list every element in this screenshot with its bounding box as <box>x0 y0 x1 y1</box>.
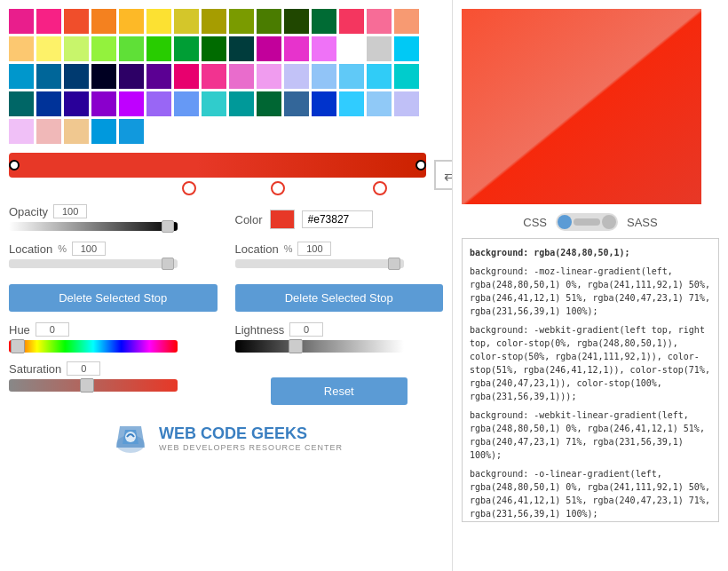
saturation-slider[interactable] <box>9 379 178 392</box>
color-swatch[interactable] <box>146 36 171 61</box>
location-left-thumb[interactable] <box>162 258 174 270</box>
location-right-value[interactable]: 100 <box>297 242 331 256</box>
color-swatch[interactable] <box>64 9 89 34</box>
color-swatch[interactable] <box>91 36 116 61</box>
reset-button[interactable]: Reset <box>271 377 408 405</box>
color-swatch[interactable] <box>367 91 392 116</box>
color-swatch[interactable] <box>9 119 34 144</box>
sass-tab[interactable]: SASS <box>627 216 658 229</box>
tab-toggle[interactable] <box>556 213 618 231</box>
color-swatch[interactable] <box>9 64 34 89</box>
color-swatch[interactable] <box>91 64 116 89</box>
color-swatch[interactable] <box>229 36 254 61</box>
color-swatch[interactable] <box>119 91 144 116</box>
color-swatch[interactable] <box>9 36 34 61</box>
swap-icon-button[interactable]: ⇄ <box>434 160 453 190</box>
color-swatch[interactable] <box>174 36 199 61</box>
color-swatch[interactable] <box>257 9 281 34</box>
color-swatch[interactable] <box>119 36 144 61</box>
location-left-value[interactable]: 100 <box>72 242 106 256</box>
color-swatch[interactable] <box>394 9 419 34</box>
gradient-stop-left[interactable] <box>9 160 20 171</box>
lightness-value[interactable]: 0 <box>289 322 323 337</box>
saturation-value[interactable]: 0 <box>67 361 100 376</box>
gradient-stop-right[interactable] <box>415 160 426 171</box>
color-swatch[interactable] <box>36 64 61 89</box>
color-swatch[interactable] <box>202 9 226 34</box>
color-swatch[interactable] <box>284 36 309 61</box>
color-hex-input[interactable] <box>302 210 373 228</box>
color-swatch[interactable] <box>284 91 309 116</box>
lightness-slider[interactable] <box>235 340 404 353</box>
color-swatch[interactable] <box>36 9 61 34</box>
gradient-stop-circle-2[interactable] <box>271 181 285 195</box>
color-swatch[interactable] <box>229 64 254 89</box>
saturation-thumb[interactable] <box>80 378 94 393</box>
color-swatch[interactable] <box>339 9 364 34</box>
delete-stop-left-button[interactable]: Delete Selected Stop <box>9 284 218 312</box>
color-swatch[interactable] <box>146 91 171 116</box>
hue-slider[interactable] <box>9 340 178 353</box>
hue-thumb[interactable] <box>11 339 25 353</box>
delete-stop-right-button[interactable]: Delete Selected Stop <box>235 284 444 312</box>
hue-value[interactable]: 0 <box>36 322 69 337</box>
tab-dot-inactive[interactable] <box>602 215 616 229</box>
color-swatch[interactable] <box>202 64 226 89</box>
color-swatch[interactable] <box>312 91 336 116</box>
gradient-bar[interactable] <box>9 153 426 178</box>
color-swatch[interactable] <box>36 119 61 144</box>
css-tab[interactable]: CSS <box>523 216 547 229</box>
color-swatch[interactable] <box>119 9 144 34</box>
color-swatch[interactable] <box>367 9 392 34</box>
color-swatch[interactable] <box>394 64 419 89</box>
color-swatch[interactable] <box>146 64 171 89</box>
opacity-thumb[interactable] <box>162 220 174 233</box>
color-swatch[interactable] <box>91 119 116 144</box>
color-swatch[interactable] <box>174 91 199 116</box>
lightness-thumb[interactable] <box>289 339 303 353</box>
location-right-thumb[interactable] <box>388 258 400 270</box>
gradient-stop-circle-3[interactable] <box>373 181 387 195</box>
color-swatch[interactable] <box>229 9 254 34</box>
gradient-stop-circle-1[interactable] <box>182 181 196 195</box>
color-swatch[interactable] <box>339 64 364 89</box>
color-swatch[interactable] <box>367 36 392 61</box>
color-swatch[interactable] <box>202 91 226 116</box>
color-swatch[interactable] <box>64 36 89 61</box>
color-swatch[interactable] <box>284 9 309 34</box>
location-left-slider[interactable] <box>9 259 178 268</box>
color-swatch[interactable] <box>174 9 199 34</box>
color-swatch[interactable] <box>229 91 254 116</box>
color-swatch[interactable] <box>257 36 281 61</box>
color-swatch[interactable] <box>91 91 116 116</box>
color-swatch[interactable] <box>312 64 336 89</box>
color-preview[interactable] <box>270 210 295 229</box>
color-swatch[interactable] <box>257 91 281 116</box>
color-swatch[interactable] <box>339 91 364 116</box>
color-swatch[interactable] <box>9 9 34 34</box>
color-swatch[interactable] <box>64 119 89 144</box>
tab-dot-active[interactable] <box>558 215 572 229</box>
color-swatch[interactable] <box>64 64 89 89</box>
color-swatch[interactable] <box>312 9 336 34</box>
color-swatch[interactable] <box>9 91 34 116</box>
color-swatch[interactable] <box>394 36 419 61</box>
color-swatch[interactable] <box>394 91 419 116</box>
code-output[interactable]: background: rgba(248,80,50,1);background… <box>462 238 719 522</box>
color-swatch[interactable] <box>119 119 144 144</box>
color-swatch[interactable] <box>36 36 61 61</box>
color-swatch[interactable] <box>339 36 364 61</box>
location-right-slider[interactable] <box>235 259 404 268</box>
color-swatch[interactable] <box>146 9 171 34</box>
opacity-slider[interactable] <box>9 222 178 231</box>
color-swatch[interactable] <box>312 36 336 61</box>
color-swatch[interactable] <box>367 64 392 89</box>
color-swatch[interactable] <box>91 9 116 34</box>
color-swatch[interactable] <box>257 64 281 89</box>
color-swatch[interactable] <box>36 91 61 116</box>
color-swatch[interactable] <box>202 36 226 61</box>
opacity-value[interactable]: 100 <box>53 204 87 218</box>
color-swatch[interactable] <box>119 64 144 89</box>
color-swatch[interactable] <box>174 64 199 89</box>
color-swatch[interactable] <box>284 64 309 89</box>
